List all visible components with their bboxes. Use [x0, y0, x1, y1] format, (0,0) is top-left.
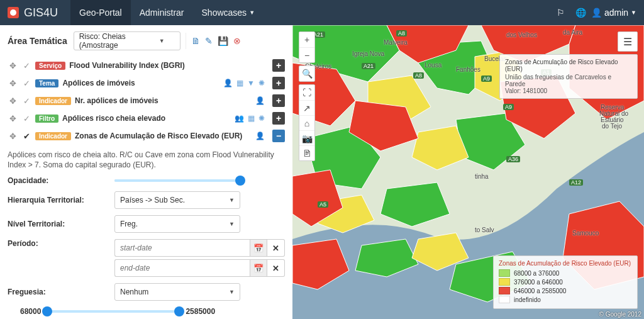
search-icon[interactable]: 🔍 — [299, 66, 314, 81]
slider-thumb[interactable] — [235, 176, 245, 186]
flag-icon[interactable]: ⚐ — [551, 8, 571, 18]
layer-expand-button[interactable]: + — [272, 94, 285, 107]
layer-toggle[interactable]: ✓ — [21, 61, 31, 70]
period-label: Período: — [8, 239, 114, 248]
clear-start-date-button[interactable]: ✕ — [267, 239, 285, 257]
calendar-icon[interactable]: 📅 — [250, 259, 267, 277]
nav-geo-portal[interactable]: Geo-Portal — [70, 0, 131, 25]
nav-administrar[interactable]: Administrar — [131, 0, 193, 25]
legend-swatch — [499, 296, 510, 303]
users-icon[interactable]: 👥 — [235, 114, 244, 123]
layer-toggle[interactable]: ✓ — [21, 96, 31, 106]
legend-swatch — [499, 287, 510, 294]
extent-icon[interactable]: ↗ — [299, 100, 314, 115]
chevron-down-icon: ▼ — [159, 38, 165, 44]
settings-icon[interactable]: ✺ — [258, 114, 265, 123]
slider-thumb-max[interactable] — [174, 306, 184, 316]
nav-user-menu[interactable]: 👤 admin ▼ — [591, 8, 636, 18]
layer-row: ✥ ✓ Filtro Apólices risco cheia elevado … — [8, 109, 285, 127]
layer-expand-button[interactable]: + — [272, 77, 285, 89]
start-date-input[interactable] — [114, 239, 250, 257]
range-min: 68000 — [20, 307, 41, 316]
opacity-slider[interactable] — [114, 179, 240, 182]
layer-expand-button[interactable]: + — [272, 112, 285, 125]
zoom-in-button[interactable]: + — [299, 32, 314, 47]
user-icon[interactable]: 👤 — [255, 132, 265, 140]
freguesia-label: Freguesia: — [8, 288, 114, 296]
edit-icon[interactable]: ✎ — [205, 36, 213, 46]
legend-row: 68000 a 376000 — [499, 269, 632, 277]
navbar: GIS4U Geo-Portal Administrar Showcases ▼… — [0, 0, 644, 25]
theme-select[interactable]: Risco: Cheias (Amostrage ▼ — [74, 31, 180, 50]
settings-icon[interactable]: ✺ — [258, 79, 265, 87]
nav-showcases[interactable]: Showcases ▼ — [193, 0, 264, 25]
layer-name: Flood Vulnerability Index (BGRI) — [69, 61, 269, 70]
legend-row: 376000 a 646000 — [499, 278, 632, 286]
separator — [186, 33, 186, 49]
map[interactable]: CheleirosMalveiraIgreja NovaLousaFanhões… — [292, 25, 644, 319]
filter-icon[interactable]: ▼ — [247, 79, 255, 87]
layer-tag: Serviço — [35, 62, 65, 70]
table-icon[interactable]: ▦ — [248, 114, 255, 123]
layer-toggle[interactable]: ✓ — [21, 114, 31, 123]
end-date-input[interactable] — [114, 259, 250, 277]
export-icon[interactable]: 🖹 — [299, 145, 314, 160]
clear-end-date-button[interactable]: ✕ — [267, 259, 285, 277]
table-icon[interactable]: ▦ — [236, 79, 243, 87]
chevron-down-icon: ▼ — [229, 289, 235, 295]
legend-swatch — [499, 278, 510, 286]
brand-icon — [8, 7, 19, 18]
calendar-icon[interactable]: 📅 — [250, 239, 267, 257]
map-info-popup: Zonas de Acumulação de Risco Elevado (EU… — [499, 54, 638, 99]
new-doc-icon[interactable]: 🗎 — [191, 36, 200, 46]
layer-name: Nr. apólices de imóveis — [75, 96, 252, 105]
layer-row: ✥ ✓ Tema Apólices de imóveis 👤 ▦ ▼ ✺ + — [8, 74, 285, 92]
theme-label: Área Temática — [8, 36, 67, 46]
layer-toggle[interactable]: ✔ — [21, 132, 31, 141]
zoom-out-button[interactable]: − — [299, 47, 314, 62]
legend-text: 646000 a 2585000 — [514, 288, 566, 294]
legend-text: 376000 a 646000 — [514, 279, 563, 286]
home-icon[interactable]: ⌂ — [299, 115, 314, 130]
move-icon[interactable]: ✥ — [8, 96, 18, 106]
chevron-down-icon: ▼ — [229, 221, 235, 227]
info-title: Zonas de Acumulação de Risco Elevado (EU… — [505, 59, 632, 72]
level-label: Nível Territorial: — [8, 220, 114, 228]
move-icon[interactable]: ✥ — [8, 79, 18, 88]
map-layers-button[interactable]: ☰ — [618, 31, 638, 52]
freguesia-select[interactable]: Nenhum ▼ — [114, 283, 240, 301]
level-value: Freg. — [120, 220, 138, 228]
freguesia-value: Nenhum — [120, 288, 148, 296]
theme-select-value: Risco: Cheias (Amostrage — [79, 32, 159, 50]
legend-swatch — [499, 269, 510, 277]
hierarchy-value: Países -> Sub Sec. — [120, 196, 185, 204]
slider-thumb-min[interactable] — [42, 306, 52, 316]
move-icon[interactable]: ✥ — [8, 61, 18, 70]
layer-expand-button[interactable]: + — [272, 59, 285, 72]
map-attribution: © Google 2012 — [599, 311, 641, 318]
fullscreen-icon[interactable]: ⛶ — [299, 85, 314, 100]
nav-showcases-label: Showcases — [202, 8, 247, 18]
move-icon[interactable]: ✥ — [8, 132, 18, 141]
user-icon[interactable]: 👤 — [223, 79, 233, 87]
opacity-label: Opacidade: — [8, 176, 114, 185]
nav-user-name: admin — [604, 8, 628, 18]
legend-text: indefinido — [514, 296, 541, 303]
layer-description: Apólices com risco de cheia alto. R/C ou… — [8, 150, 285, 170]
user-icon[interactable]: 👤 — [255, 96, 265, 105]
layer-tag: Filtro — [35, 115, 58, 123]
map-legend: Zonas de Acumulação de Risco Elevado (EU… — [493, 255, 638, 309]
level-select[interactable]: Freg. ▼ — [114, 215, 240, 233]
layer-tag: Indicador — [35, 97, 71, 105]
camera-icon[interactable]: 📷 — [299, 130, 314, 145]
globe-icon[interactable]: 🌐 — [571, 8, 591, 18]
hierarchy-select[interactable]: Países -> Sub Sec. ▼ — [114, 191, 240, 209]
move-icon[interactable]: ✥ — [8, 114, 18, 123]
save-icon[interactable]: 💾 — [218, 36, 228, 46]
layer-toggle[interactable]: ✓ — [21, 79, 31, 88]
delete-icon[interactable]: ⊗ — [233, 36, 241, 46]
value-range-slider[interactable] — [47, 310, 179, 313]
layer-name: Apólices risco cheia elevado — [62, 114, 231, 123]
layer-collapse-button[interactable]: − — [272, 130, 285, 142]
sidebar: Área Temática Risco: Cheias (Amostrage ▼… — [0, 25, 292, 319]
